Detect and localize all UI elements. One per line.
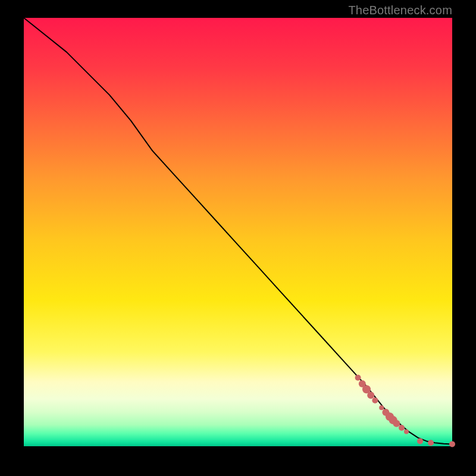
chart-overlay [24, 18, 452, 446]
data-points-group [355, 375, 455, 447]
bottleneck-curve [24, 18, 452, 444]
data-point [367, 392, 374, 399]
data-point [379, 405, 384, 410]
data-point [417, 438, 423, 444]
data-point [355, 375, 361, 381]
data-point [404, 430, 409, 434]
data-point [428, 440, 434, 446]
data-point [393, 420, 400, 427]
data-point [372, 397, 378, 403]
data-point [449, 441, 455, 447]
data-point [399, 425, 405, 431]
attribution-text: TheBottleneck.com [348, 4, 452, 17]
chart-stage: TheBottleneck.com [0, 0, 476, 476]
